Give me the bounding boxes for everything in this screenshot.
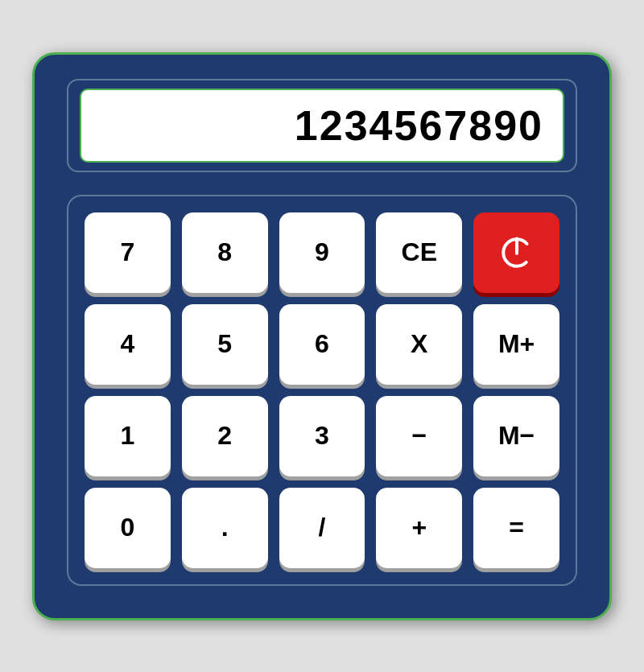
key-ce[interactable]: CE bbox=[376, 212, 462, 293]
key-mminus[interactable]: M− bbox=[473, 396, 559, 476]
key-dot[interactable]: . bbox=[182, 488, 268, 568]
key-mplus[interactable]: M+ bbox=[473, 304, 559, 385]
key-4[interactable]: 4 bbox=[85, 304, 171, 385]
key-3[interactable]: 3 bbox=[279, 396, 365, 476]
key-6[interactable]: 6 bbox=[279, 304, 365, 385]
key-minus[interactable]: − bbox=[376, 396, 462, 476]
key-8[interactable]: 8 bbox=[182, 212, 268, 293]
key-mult[interactable]: X bbox=[376, 304, 462, 385]
keypad-wrapper: 789CE 456XM+123−M−0./+= bbox=[67, 195, 577, 586]
key-eq[interactable]: = bbox=[473, 488, 559, 568]
key-9[interactable]: 9 bbox=[279, 212, 365, 293]
key-7[interactable]: 7 bbox=[85, 212, 171, 293]
key-div[interactable]: / bbox=[279, 488, 365, 568]
keypad: 789CE 456XM+123−M−0./+= bbox=[85, 212, 559, 568]
key-0[interactable]: 0 bbox=[85, 488, 171, 568]
display-wrapper: 1234567890 bbox=[67, 79, 577, 172]
key-plus[interactable]: + bbox=[376, 488, 462, 568]
key-2[interactable]: 2 bbox=[182, 396, 268, 476]
display: 1234567890 bbox=[80, 89, 564, 163]
key-power[interactable] bbox=[473, 212, 559, 293]
calculator: 1234567890 789CE 456XM+123−M−0./+= bbox=[32, 52, 612, 620]
key-5[interactable]: 5 bbox=[182, 304, 268, 385]
key-1[interactable]: 1 bbox=[85, 396, 171, 476]
